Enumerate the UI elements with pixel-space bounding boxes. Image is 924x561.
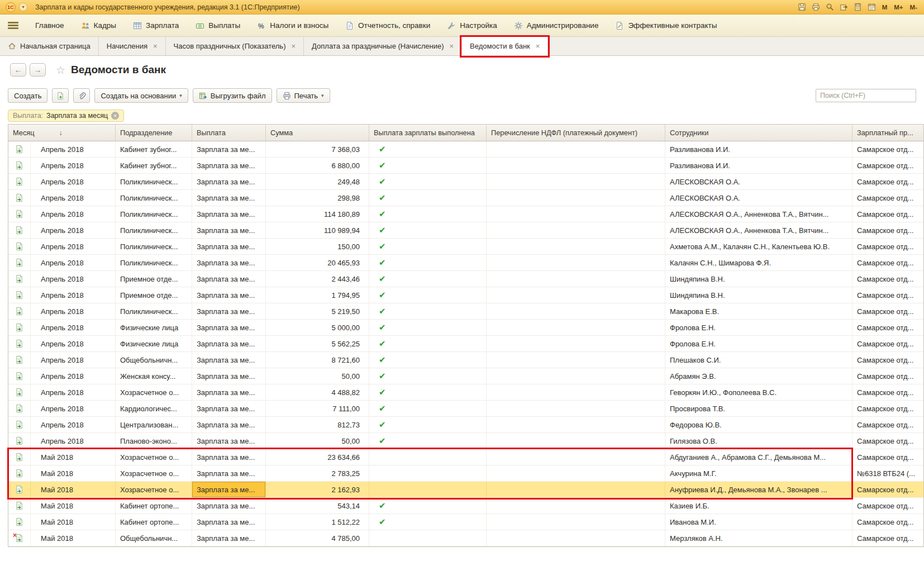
tab-close-icon[interactable]: × (153, 42, 158, 50)
menu-item-nastroika[interactable]: Настройка (447, 21, 497, 30)
tab-close-icon[interactable]: × (449, 42, 454, 50)
back-button[interactable]: ← (10, 63, 26, 77)
table-row[interactable]: Май 2018Хозрасчетное о...Зарплата за ме.… (8, 449, 923, 465)
tab-close-icon[interactable]: × (536, 42, 540, 50)
document-icon (8, 190, 31, 206)
filter-chip-label: Выплата: (13, 112, 43, 120)
cell-ndfl (487, 158, 665, 173)
cell-payout: Зарплата за ме... (192, 336, 266, 351)
column-header-3[interactable]: Сумма (266, 125, 369, 141)
svg-text:%: % (258, 22, 264, 30)
create-based-on-button[interactable]: Создать на основании▾ (94, 88, 188, 103)
paid-check-icon: ✔ (379, 322, 386, 332)
memory-button-0[interactable]: М (881, 4, 889, 11)
column-header-label: Перечисление НДФЛ (платежный документ) (491, 129, 637, 137)
cell-month: Апрель 2018 (31, 190, 116, 206)
cell-month: Апрель 2018 (31, 239, 116, 254)
print-icon[interactable] (811, 2, 821, 12)
column-header-1[interactable]: Подразделение (116, 125, 192, 141)
table-row[interactable]: Апрель 2018Физические лицаЗарплата за ме… (8, 336, 923, 352)
menu-item-zarplata[interactable]: Зарплата (133, 21, 179, 30)
tab-nachisleniya[interactable]: Начисления× (99, 37, 166, 55)
table-row[interactable]: Апрель 2018Поликлиническ...Зарплата за м… (8, 303, 923, 320)
filter-chip-close-icon[interactable]: × (111, 112, 119, 120)
tab-vedomosti-v-bank[interactable]: Ведомости в банк× (462, 37, 548, 55)
chevron-down-icon: ▾ (321, 93, 324, 98)
menu-item-vyplaty[interactable]: Выплаты (196, 21, 240, 30)
column-header-6[interactable]: Сотрудники (665, 125, 852, 141)
upload-file-button[interactable]: Выгрузить файл (193, 88, 272, 103)
menu-item-administrirovanie[interactable]: Администрирование (514, 21, 599, 30)
table-row[interactable]: Апрель 2018Поликлиническ...Зарплата за м… (8, 174, 923, 190)
paid-check-icon: ✔ (379, 258, 386, 268)
cell-employees: Абдуганиев А., Абрамова С.Г., Демьянова … (665, 449, 852, 465)
table-row[interactable]: Май 2018Кабинет ортопе...Зарплата за ме.… (8, 498, 923, 514)
menu-item-otchetnost-spravki[interactable]: Отчетность, справки (345, 21, 430, 30)
table-row[interactable]: Апрель 2018Поликлиническ...Зарплата за м… (8, 206, 923, 222)
menu-item-effektivnye-kontrakty[interactable]: Эффективные контракты (615, 21, 717, 30)
table-row[interactable]: Апрель 2018Физические лицаЗарплата за ме… (8, 320, 923, 336)
cell-employees: АЛЕСКОВСКАЯ О.А. (665, 174, 852, 189)
column-header-7[interactable]: Зарплатный пр... (852, 125, 923, 141)
table-row[interactable]: Апрель 2018Общебольничн...Зарплата за ме… (8, 352, 923, 368)
print-button[interactable]: Печать▾ (277, 88, 330, 103)
menu-item-nalogi-i-vznosy[interactable]: %Налоги и взносы (257, 21, 328, 30)
column-header-0[interactable]: Месяц↓ (8, 125, 116, 141)
tab-doplata-za-prazdnichnye[interactable]: Доплата за праздничные (Начисление)× (304, 37, 462, 55)
cell-ndfl (487, 255, 665, 270)
table-row[interactable]: Апрель 2018Хозрасчетное о...Зарплата за … (8, 384, 923, 401)
cell-paid: ✔ (369, 174, 487, 189)
main-menu-caret-icon[interactable]: ▾ (19, 3, 27, 11)
favorite-star-icon[interactable]: ☆ (56, 64, 65, 77)
create-button[interactable]: Создать (8, 88, 47, 103)
table-row[interactable]: Апрель 2018Кардиологичес...Зарплата за м… (8, 401, 923, 417)
tab-home[interactable]: Начальная страница (0, 37, 99, 55)
memory-button-2[interactable]: М- (909, 4, 918, 11)
filter-chip[interactable]: Выплата: Зарплата за месяц × (8, 110, 124, 122)
table-row[interactable]: Апрель 2018Кабинет зубног...Зарплата за … (8, 158, 923, 174)
menu-item-kadry[interactable]: Кадры (81, 21, 116, 30)
table-row[interactable]: Апрель 2018Поликлиническ...Зарплата за м… (8, 222, 923, 239)
cell-employees: Разливанова И.И. (665, 141, 852, 157)
calculator-icon[interactable] (853, 2, 863, 12)
attach-button[interactable] (73, 88, 90, 103)
cell-month: Апрель 2018 (31, 158, 116, 173)
cell-bank: Самарское отд... (852, 449, 923, 465)
table-row[interactable]: Апрель 2018Приемное отде...Зарплата за м… (8, 271, 923, 287)
cell-department: Физические лица (116, 320, 192, 335)
forward-button[interactable]: → (30, 63, 46, 77)
column-header-4[interactable]: Выплата зарплаты выполнена (369, 125, 487, 141)
table-row[interactable]: Май 2018Хозрасчетное о...Зарплата за ме.… (8, 482, 923, 498)
cell-payout: Зарплата за ме... (192, 401, 266, 416)
tab-close-icon[interactable]: × (291, 42, 296, 50)
table-row[interactable]: Май 2018Хозрасчетное о...Зарплата за ме.… (8, 465, 923, 482)
table-row[interactable]: Апрель 2018Централизован...Зарплата за м… (8, 417, 923, 433)
table-row[interactable]: Апрель 2018Поликлиническ...Зарплата за м… (8, 255, 923, 271)
memory-button-1[interactable]: М+ (893, 4, 904, 11)
find-icon[interactable] (825, 2, 835, 12)
save-icon[interactable] (797, 2, 807, 12)
column-header-2[interactable]: Выплата (192, 125, 266, 141)
nav-row: ← → ☆ Ведомости в банк (0, 56, 924, 84)
table-row[interactable]: Май 2018Кабинет ортопе...Зарплата за ме.… (8, 514, 923, 530)
copy-button[interactable] (52, 88, 69, 103)
table-row[interactable]: Апрель 2018Поликлиническ...Зарплата за м… (8, 190, 923, 206)
table-row[interactable]: Апрель 2018Поликлиническ...Зарплата за м… (8, 239, 923, 255)
cell-employees: Ануфриева И.Д., Демьянова М.А., Звонарев… (665, 482, 852, 497)
calendar-icon[interactable] (867, 2, 877, 12)
menu-item-glavnoe[interactable]: Главное (35, 21, 64, 30)
table-row[interactable]: Апрель 2018Женская консу...Зарплата за м… (8, 368, 923, 384)
table-row[interactable]: ×Май 2018Общебольничн...Зарплата за ме..… (8, 530, 923, 546)
export-icon[interactable] (839, 2, 849, 12)
table-row[interactable]: Апрель 2018Планово-эконо...Зарплата за м… (8, 433, 923, 449)
cell-payout: Зарплата за ме... (192, 498, 266, 514)
tab-chasov-prazdnichnyh[interactable]: Часов праздничных (Показатель)× (166, 37, 304, 55)
document-icon (8, 239, 31, 254)
search-input[interactable] (816, 89, 916, 102)
table-row[interactable]: Апрель 2018Приемное отде...Зарплата за м… (8, 287, 923, 303)
cell-paid: ✔ (369, 239, 487, 254)
1c-logo-icon: 1С (6, 2, 16, 12)
table-row[interactable]: Апрель 2018Кабинет зубног...Зарплата за … (8, 141, 923, 158)
column-header-5[interactable]: Перечисление НДФЛ (платежный документ) (487, 125, 665, 141)
main-menu-button[interactable] (8, 22, 18, 29)
